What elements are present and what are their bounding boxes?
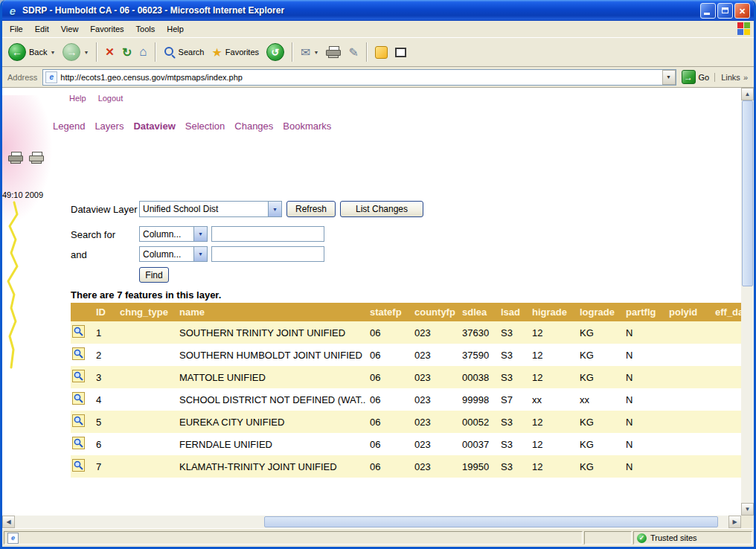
cell-countyfp: 023 — [410, 455, 458, 478]
menu-tools[interactable]: Tools — [130, 22, 161, 36]
magnifier-icon[interactable] — [72, 392, 85, 405]
close-button[interactable] — [734, 3, 750, 19]
page-nav: Legend Layers Dataview Selection Changes… — [53, 121, 331, 132]
search-column-select-2[interactable]: Column... — [139, 246, 208, 262]
nav-dataview[interactable]: Dataview — [133, 121, 175, 132]
refresh-icon — [122, 45, 132, 60]
nav-changes[interactable]: Changes — [234, 121, 273, 132]
nav-bookmarks[interactable]: Bookmarks — [283, 121, 331, 132]
menu-view[interactable]: View — [55, 22, 85, 36]
magnifier-icon[interactable] — [72, 437, 85, 449]
dataview-layer-select[interactable]: Unified School Dist — [139, 201, 282, 217]
zoom-cell[interactable] — [71, 344, 92, 366]
scroll-right-icon[interactable]: ▶ — [728, 516, 741, 528]
table-row: 2 SOUTHERN HUMBOLDT JOINT UNIFIED 06 023… — [71, 344, 741, 366]
find-button[interactable]: Find — [139, 267, 169, 283]
help-link[interactable]: Help — [69, 94, 86, 103]
magnifier-icon[interactable] — [72, 325, 85, 338]
vertical-scrollbar[interactable]: ▲ ▼ — [741, 88, 754, 516]
scroll-down-icon[interactable]: ▼ — [741, 503, 754, 516]
search-column-select-1[interactable]: Column... — [139, 226, 208, 242]
zoom-cell[interactable] — [71, 411, 92, 433]
back-dropdown-icon[interactable]: ▼ — [50, 50, 55, 55]
history-button[interactable] — [263, 41, 287, 63]
cell-chng-type — [115, 344, 175, 366]
forward-dropdown-icon[interactable]: ▼ — [83, 50, 89, 55]
zoom-cell[interactable] — [71, 388, 92, 411]
refresh-nav-button[interactable] — [119, 43, 135, 62]
cell-statefp: 06 — [365, 433, 410, 455]
links-chevron-icon[interactable]: » — [743, 73, 748, 82]
refresh-button[interactable]: Refresh — [286, 201, 336, 217]
magnifier-icon[interactable] — [72, 414, 85, 427]
cell-lsad: S3 — [496, 411, 528, 433]
menu-edit[interactable]: Edit — [29, 22, 55, 36]
status-bar: Trusted sites — [2, 528, 754, 547]
ie-app-icon — [6, 4, 19, 17]
print-button[interactable] — [323, 44, 344, 61]
header-countyfp: countyfp — [410, 303, 458, 321]
maximize-button[interactable] — [717, 3, 733, 19]
status-main-pane — [4, 531, 583, 545]
print-preview-button[interactable] — [29, 152, 44, 164]
cell-lograde: KG — [575, 344, 621, 366]
scroll-left-icon[interactable]: ◀ — [2, 516, 15, 528]
print-map-button[interactable] — [8, 152, 23, 164]
search-input-2[interactable] — [211, 246, 324, 262]
menu-help[interactable]: Help — [161, 22, 190, 36]
stop-button[interactable] — [102, 43, 118, 61]
nav-selection[interactable]: Selection — [185, 121, 225, 132]
menu-file[interactable]: File — [4, 22, 29, 36]
minimize-button[interactable] — [700, 3, 716, 19]
horizontal-scroll-thumb[interactable] — [264, 516, 718, 527]
cell-name: SOUTHERN HUMBOLDT JOINT UNIFIED — [175, 344, 365, 366]
cell-chng-type — [115, 321, 175, 344]
nav-layers[interactable]: Layers — [94, 121, 124, 132]
list-changes-button[interactable]: List Changes — [340, 201, 423, 217]
messenger-icon — [375, 46, 388, 59]
messenger-button[interactable] — [372, 44, 391, 61]
mail-button[interactable]: ▼ — [298, 43, 321, 62]
table-row: 5 EUREKA CITY UNIFIED 06 023 00052 S3 12… — [71, 411, 741, 433]
cell-higrade: 12 — [528, 321, 575, 344]
go-button[interactable]: Go — [679, 70, 712, 84]
magnifier-icon[interactable] — [72, 347, 85, 360]
discuss-button[interactable] — [392, 45, 409, 60]
toolbar-separator — [155, 42, 156, 62]
search-input-1[interactable] — [211, 226, 324, 242]
zoom-cell[interactable] — [71, 433, 92, 455]
vertical-scroll-thumb[interactable] — [742, 100, 753, 286]
web-page: Help Logout Legend Layers Dataview Selec… — [2, 88, 741, 516]
horizontal-scrollbar[interactable]: ◀ ▶ — [2, 516, 741, 528]
scroll-up-icon[interactable]: ▲ — [741, 88, 754, 100]
cell-lograde: KG — [575, 455, 621, 478]
standard-toolbar: Back ▼ ▼ Search Favorites ▼ — [2, 38, 754, 67]
forward-button[interactable]: ▼ — [60, 41, 92, 63]
mail-dropdown-icon[interactable]: ▼ — [313, 50, 318, 55]
address-dropdown-button[interactable] — [662, 70, 676, 85]
zoom-cell[interactable] — [71, 366, 92, 388]
cell-countyfp: 023 — [410, 344, 458, 366]
edit-button[interactable] — [345, 43, 361, 62]
favorites-button[interactable]: Favorites — [208, 43, 262, 62]
cell-partflg: N — [621, 388, 664, 411]
cell-lograde: xx — [575, 388, 621, 411]
back-label: Back — [29, 48, 47, 57]
menu-favorites[interactable]: Favorites — [84, 22, 129, 36]
table-row: 4 SCHOOL DISTRICT NOT DEFINED (WAT... 06… — [71, 388, 741, 411]
nav-legend[interactable]: Legend — [53, 121, 85, 132]
magnifier-icon[interactable] — [72, 459, 85, 472]
cell-statefp: 06 — [365, 388, 410, 411]
zoom-cell[interactable] — [71, 321, 92, 344]
windows-logo-icon — [737, 22, 751, 36]
back-button[interactable]: Back ▼ — [5, 41, 58, 63]
logout-link[interactable]: Logout — [98, 94, 124, 103]
search-button[interactable]: Search — [161, 44, 208, 60]
home-button[interactable] — [136, 42, 150, 62]
title-bar[interactable]: SDRP - Humboldt CA - 06 - 06023 - Micros… — [2, 0, 754, 21]
address-input[interactable]: http://ecots1.geo.census.gov/mtpsmaps/in… — [42, 69, 676, 86]
zoom-cell[interactable] — [71, 455, 92, 478]
links-bar[interactable]: Links » — [714, 73, 751, 82]
magnifier-icon[interactable] — [72, 370, 85, 382]
trusted-sites-label: Trusted sites — [650, 533, 697, 542]
